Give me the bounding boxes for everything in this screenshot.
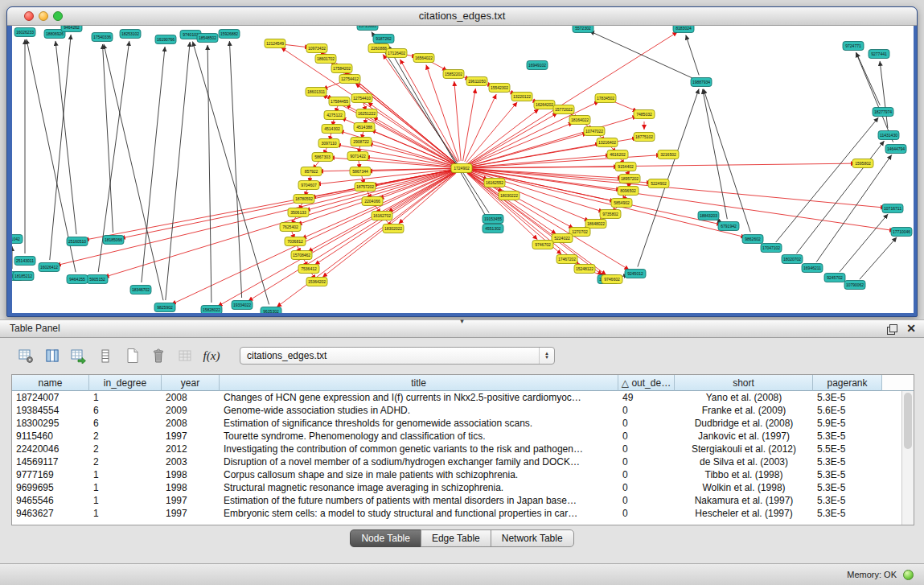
- table-cell[interactable]: 1997: [162, 494, 220, 507]
- table-settings-button[interactable]: [16, 345, 35, 366]
- new-file-button[interactable]: [122, 345, 142, 366]
- table-selector[interactable]: citations_edges.txt ▲▼: [240, 347, 555, 365]
- network-node[interactable]: 9464255: [67, 275, 88, 284]
- table-cell[interactable]: 5.3E-5: [813, 430, 882, 443]
- table-cell[interactable]: 18724007: [12, 391, 89, 404]
- network-node[interactable]: 7036812: [285, 237, 306, 246]
- network-node[interactable]: 25143011: [14, 257, 35, 266]
- network-edge[interactable]: [816, 154, 892, 262]
- network-edge[interactable]: [463, 89, 476, 161]
- network-edge[interactable]: [776, 117, 879, 242]
- table-cell[interactable]: Estimation of significance thresholds fo…: [220, 417, 618, 430]
- table-cell[interactable]: Embryonic stem cells: a model to study s…: [220, 507, 618, 520]
- table-cell[interactable]: 0: [618, 468, 675, 481]
- table-row[interactable]: 911546021997Tourette syndrome. Phenomeno…: [12, 430, 914, 443]
- window-titlebar[interactable]: citations_edges.txt: [7, 7, 917, 26]
- network-edge[interactable]: [104, 44, 163, 300]
- network-node[interactable]: 9825902: [154, 303, 175, 312]
- tab-network-table[interactable]: Network Table: [491, 529, 574, 547]
- table-cell[interactable]: 0: [618, 430, 675, 443]
- network-node[interactable]: 18601702: [315, 55, 336, 64]
- table-cell[interactable]: 5.3E-5: [813, 507, 882, 520]
- network-node[interactable]: 857922: [301, 167, 322, 176]
- table-cell[interactable]: 1: [89, 481, 162, 494]
- network-node[interactable]: 16946211: [802, 264, 823, 273]
- column-header-1[interactable]: in_degree: [89, 375, 162, 391]
- network-node[interactable]: 18277974: [873, 108, 893, 117]
- network-edge[interactable]: [589, 31, 695, 80]
- network-node[interactable]: 9187262: [373, 35, 394, 43]
- network-node[interactable]: 9154402: [615, 163, 636, 171]
- network-node[interactable]: 2204066: [362, 197, 383, 206]
- network-edge[interactable]: [469, 170, 746, 237]
- table-row[interactable]: 969969511998Structural magnetic resonanc…: [12, 481, 914, 494]
- show-columns-button[interactable]: [43, 345, 62, 366]
- table-cell[interactable]: 9115460: [12, 430, 89, 443]
- close-panel-icon[interactable]: ✕: [906, 320, 916, 337]
- table-cell[interactable]: 1998: [162, 468, 220, 481]
- table-cell[interactable]: 6: [89, 417, 162, 430]
- network-node[interactable]: 11431430: [878, 131, 899, 140]
- network-edge[interactable]: [856, 52, 881, 105]
- network-node[interactable]: 18346702: [130, 286, 151, 295]
- table-cell[interactable]: 9465546: [12, 494, 89, 507]
- network-node[interactable]: 9746702: [532, 241, 553, 249]
- splitter-handle[interactable]: ▾: [460, 318, 464, 325]
- float-panel-icon[interactable]: [887, 324, 897, 333]
- table-cell[interactable]: Corpus callosum shape and size in male p…: [220, 468, 618, 481]
- table-cell[interactable]: 5.3E-5: [813, 468, 882, 481]
- network-edge[interactable]: [55, 41, 76, 234]
- network-node[interactable]: 8096502: [618, 187, 639, 196]
- network-node[interactable]: 9277441: [869, 50, 889, 59]
- column-header-3[interactable]: title: [220, 375, 618, 391]
- network-node[interactable]: 17467202: [556, 255, 577, 264]
- network-node[interactable]: 14644794: [885, 145, 906, 154]
- network-node[interactable]: 3506133: [288, 208, 309, 217]
- table-cell[interactable]: Investigating the contribution of common…: [220, 443, 618, 455]
- table-cell[interactable]: de Silva et al. (2003): [675, 455, 813, 468]
- table-cell[interactable]: 49: [618, 391, 675, 404]
- import-table-button[interactable]: [69, 345, 88, 366]
- network-node[interactable]: 5854902: [611, 199, 632, 208]
- table-cell[interactable]: Estimation of the future numbers of pati…: [220, 494, 618, 507]
- network-node[interactable]: 7485032: [634, 110, 655, 119]
- network-node[interactable]: 18302022: [383, 225, 404, 233]
- network-node[interactable]: 18775102: [634, 133, 655, 142]
- network-edge[interactable]: [703, 89, 728, 219]
- network-node[interactable]: 8183024: [673, 26, 694, 33]
- network-node[interactable]: 9245702: [824, 274, 845, 282]
- table-cell[interactable]: 2008: [162, 391, 220, 404]
- network-node[interactable]: 9724771: [843, 42, 864, 51]
- network-node[interactable]: 17047102: [761, 244, 782, 253]
- network-node[interactable]: 16190766: [155, 35, 176, 44]
- network-node[interactable]: 16026233: [14, 28, 35, 37]
- network-node[interactable]: 18957202: [619, 175, 640, 183]
- network-edge[interactable]: [50, 35, 71, 260]
- table-cell[interactable]: Franke et al. (2009): [675, 404, 813, 417]
- network-node[interactable]: 12124549: [265, 39, 285, 48]
- table-cell[interactable]: Changes of HCN gene expression and I(f) …: [220, 391, 618, 404]
- table-cell[interactable]: 5.3E-5: [813, 455, 882, 468]
- network-edge[interactable]: [856, 52, 893, 142]
- network-node[interactable]: 15852202: [443, 70, 464, 79]
- network-node[interactable]: 1595802: [852, 159, 873, 168]
- network-node[interactable]: 25160510: [67, 237, 88, 246]
- network-edge[interactable]: [840, 214, 888, 272]
- network-edge[interactable]: [469, 169, 885, 208]
- table-cell[interactable]: Wolkin et al. (1998): [675, 481, 813, 494]
- network-edge[interactable]: [469, 169, 622, 179]
- network-node[interactable]: 10790062: [844, 281, 865, 290]
- network-node[interactable]: 17584455: [329, 97, 350, 106]
- network-node[interactable]: 3097110: [318, 139, 339, 148]
- table-cell[interactable]: Dudbridge et al. (2008): [675, 417, 813, 430]
- column-header-5[interactable]: short: [675, 375, 813, 391]
- table-cell[interactable]: 1998: [162, 481, 220, 494]
- network-edge[interactable]: [467, 109, 539, 164]
- network-edge[interactable]: [468, 113, 557, 165]
- table-cell[interactable]: 0: [618, 494, 675, 507]
- network-node[interactable]: 18780592: [294, 195, 314, 204]
- network-node[interactable]: 18548502: [197, 34, 218, 43]
- table-cell[interactable]: Yano et al. (2008): [675, 391, 813, 404]
- table-cell[interactable]: 0: [618, 443, 675, 455]
- network-node[interactable]: 18185066: [103, 236, 124, 245]
